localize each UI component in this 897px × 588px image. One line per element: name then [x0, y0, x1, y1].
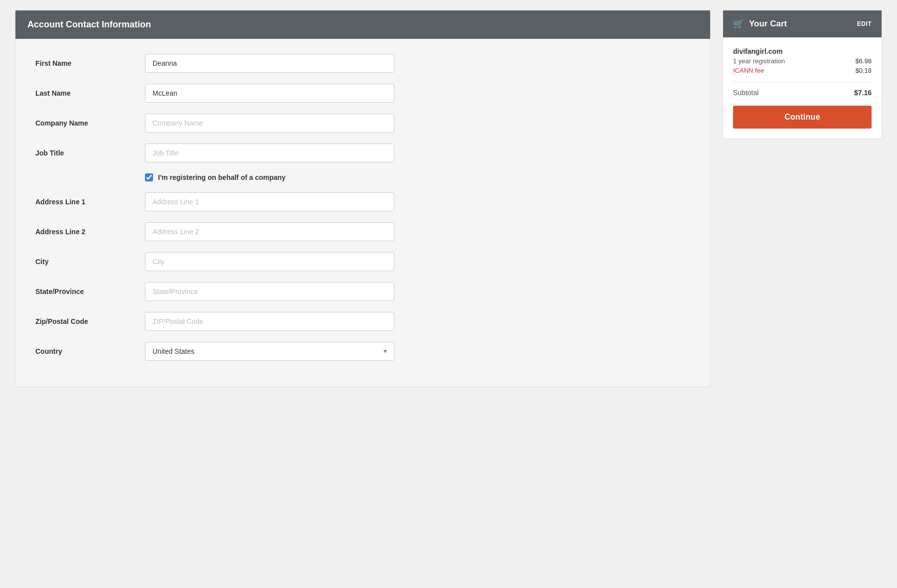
company-name-label: Company Name [35, 119, 145, 127]
city-row: City [35, 252, 690, 271]
cart-header-left: 🛒 Your Cart [733, 18, 787, 29]
cart-edit-button[interactable]: EDIT [857, 20, 872, 27]
state-row: State/Province [35, 282, 690, 301]
zip-row: Zip/Postal Code [35, 312, 690, 331]
cart-header: 🛒 Your Cart EDIT [723, 10, 882, 37]
cart-icon: 🛒 [733, 18, 744, 29]
cart-registration-label: 1 year registration [733, 57, 785, 65]
country-row: Country United States Canada United King… [35, 342, 690, 361]
company-name-row: Company Name [35, 114, 690, 133]
main-panel: Account Contact Information First Name L… [15, 10, 711, 387]
continue-button[interactable]: Continue [733, 106, 872, 129]
cart-subtotal-row: Subtotal $7.16 [733, 89, 872, 97]
cart-body: divifangirl.com 1 year registration $6.9… [723, 37, 882, 139]
cart-panel: 🛒 Your Cart EDIT divifangirl.com 1 year … [723, 10, 882, 139]
address-line-2-row: Address Line 2 [35, 222, 690, 241]
cart-domain: divifangirl.com [733, 47, 872, 55]
cart-subtotal-value: $7.16 [854, 89, 872, 97]
cart-icann-price: $0.18 [855, 67, 872, 74]
state-input[interactable] [145, 282, 394, 301]
address-line-1-input[interactable] [145, 192, 394, 211]
company-checkbox-label[interactable]: I'm registering on behalf of a company [158, 173, 286, 181]
job-title-row: Job Title [35, 144, 690, 162]
last-name-label: Last Name [35, 89, 145, 97]
panel-title: Account Contact Information [27, 19, 151, 29]
panel-header: Account Contact Information [15, 10, 710, 39]
form-body: First Name Last Name Company Name Job Ti… [15, 39, 710, 387]
city-label: City [35, 258, 145, 266]
cart-icann-label: ICANN fee [733, 67, 764, 74]
city-input[interactable] [145, 252, 394, 271]
country-label: Country [35, 347, 145, 355]
cart-divider [733, 81, 872, 82]
state-label: State/Province [35, 288, 145, 295]
zip-input[interactable] [145, 312, 394, 331]
cart-registration-price: $6.98 [855, 57, 872, 65]
address-line-1-row: Address Line 1 [35, 192, 690, 211]
cart-icann-row: ICANN fee $0.18 [733, 67, 872, 74]
cart-registration-row: 1 year registration $6.98 [733, 57, 872, 65]
first-name-input[interactable] [145, 54, 394, 73]
first-name-row: First Name [35, 54, 690, 73]
address-line-2-label: Address Line 2 [35, 228, 145, 236]
cart-title: Your Cart [749, 19, 787, 29]
last-name-input[interactable] [145, 84, 394, 103]
cart-subtotal-label: Subtotal [733, 89, 758, 97]
address-line-1-label: Address Line 1 [35, 198, 145, 206]
zip-label: Zip/Postal Code [35, 317, 145, 325]
company-name-input[interactable] [145, 114, 394, 133]
address-line-2-input[interactable] [145, 222, 394, 241]
company-checkbox[interactable] [145, 173, 153, 181]
job-title-input[interactable] [145, 144, 394, 162]
job-title-label: Job Title [35, 149, 145, 157]
last-name-row: Last Name [35, 84, 690, 103]
company-checkbox-row: I'm registering on behalf of a company [145, 173, 690, 181]
first-name-label: First Name [35, 59, 145, 67]
country-select[interactable]: United States Canada United Kingdom Aust… [145, 342, 394, 361]
country-select-wrapper: United States Canada United Kingdom Aust… [145, 342, 394, 361]
